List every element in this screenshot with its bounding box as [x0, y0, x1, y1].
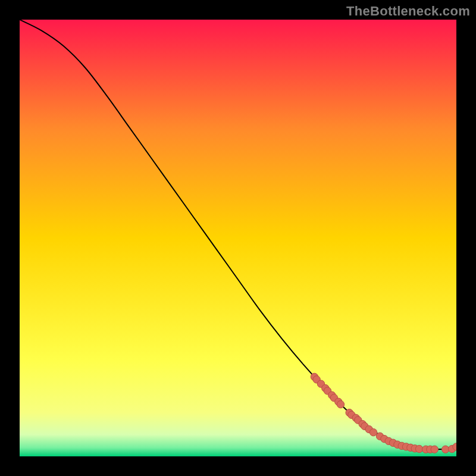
plot-area: [20, 20, 456, 456]
bottleneck-chart: [20, 20, 456, 456]
data-marker: [441, 446, 449, 453]
data-marker: [337, 400, 344, 408]
chart-frame: TheBottleneck.com: [0, 0, 476, 476]
data-marker: [369, 428, 377, 436]
gradient-background: [20, 20, 456, 456]
data-marker: [431, 446, 438, 453]
data-marker: [415, 445, 422, 452]
watermark-text: TheBottleneck.com: [346, 4, 470, 19]
